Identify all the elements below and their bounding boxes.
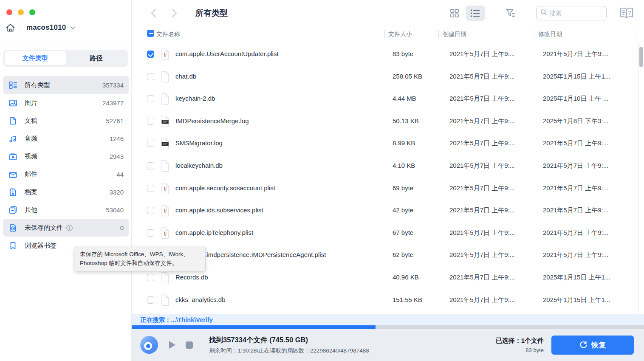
sidebar-item-count: 2943	[110, 153, 124, 160]
table-row[interactable]: localkeychain.db4.10 KB2021年5月7日 上午9:...…	[132, 155, 644, 178]
column-header-created[interactable]: 创建日期	[443, 31, 466, 38]
table-row[interactable]: com.apple.ipTelephony.plist67 byte2021年5…	[132, 222, 644, 245]
selected-count-text: 已选择：1个文件	[496, 337, 544, 345]
table-row[interactable]: IMDPersistenceMerge.log50.13 KB2021年5月7日…	[132, 110, 644, 133]
row-checkbox[interactable]	[147, 229, 154, 237]
info-icon[interactable]	[66, 224, 73, 231]
sidebar-item-count: 1246	[110, 135, 124, 142]
sidebar-item-audio[interactable]: 音频1246	[3, 130, 129, 147]
sidebar-item-label: 浏览器书签	[25, 242, 56, 250]
sidebar-item-all-types[interactable]: 所有类型357334	[3, 76, 129, 94]
divider	[20, 22, 20, 33]
plist-file-icon	[161, 183, 170, 196]
row-checkbox[interactable]	[147, 207, 154, 214]
file-size: 67 byte	[393, 229, 413, 236]
list-view-icon[interactable]	[466, 6, 485, 21]
sidebar-item-documents[interactable]: 文稿52761	[3, 112, 129, 130]
all-types-icon	[8, 80, 18, 90]
row-checkbox[interactable]	[147, 51, 154, 58]
svg-text:?: ?	[628, 9, 631, 16]
stop-scan-button[interactable]	[186, 341, 193, 349]
device-selector-row: macos1010	[5, 22, 131, 33]
sidebar-item-label: 图片	[25, 99, 37, 107]
sidebar-item-archives[interactable]: 档案3320	[3, 183, 129, 201]
grid-view-icon[interactable]	[447, 6, 462, 21]
column-separator[interactable]	[438, 30, 439, 38]
search-input[interactable]	[550, 10, 596, 17]
file-name: com.apple.UserAccountUpdater.plist	[175, 50, 279, 57]
file-size: 40.96 KB	[393, 274, 419, 281]
file-name: com.apple.security.sosaccount.plist	[175, 184, 275, 192]
file-created-date: 2021年5月7日 上午9:...	[449, 184, 515, 192]
file-modified-date: 2021年5月7日 上午9:...	[543, 139, 608, 147]
file-created-date: 2021年5月7日 上午9:...	[449, 162, 515, 170]
row-checkbox[interactable]	[147, 95, 154, 102]
sidebar-item-video[interactable]: 视频2943	[3, 147, 129, 165]
sidebar-item-other[interactable]: 其他53040	[3, 201, 129, 219]
table-row[interactable]: com.apple.security.sosaccount.plist69 by…	[132, 178, 644, 200]
sidebar-item-count: 53040	[106, 206, 124, 214]
file-created-date: 2021年5月7日 上午9:...	[449, 251, 515, 259]
table-row[interactable]: com.apple.UserAccountUpdater.plist83 byt…	[132, 43, 644, 66]
refresh-icon	[579, 341, 588, 349]
unsaved-icon	[8, 223, 18, 232]
minimize-window-button[interactable]	[18, 9, 24, 15]
table-row[interactable]: Records.db40.96 KB2021年5月7日 上午9:...2025年…	[132, 267, 644, 289]
sidebar-item-label: 文稿	[25, 117, 37, 125]
window-controls	[0, 0, 131, 15]
table-row[interactable]: com.apple.imdpersistence.IMDPersistenceA…	[132, 244, 644, 267]
column-header-size[interactable]: 文件大小	[388, 31, 412, 38]
row-checkbox[interactable]	[147, 162, 154, 169]
table-row[interactable]: ckks_analytics.db151.55 KB2021年5月7日 上午9:…	[132, 289, 644, 312]
row-checkbox[interactable]	[147, 185, 154, 192]
resume-scan-button[interactable]	[169, 341, 175, 349]
recover-button[interactable]: 恢复	[551, 336, 634, 355]
forward-button[interactable]	[169, 8, 180, 19]
column-separator[interactable]	[628, 30, 628, 38]
zoom-window-button[interactable]	[29, 9, 35, 15]
row-checkbox[interactable]	[147, 118, 154, 125]
column-header-name[interactable]: 文件名称	[156, 31, 180, 38]
column-header-modified[interactable]: 修改日期	[538, 31, 562, 38]
file-size: 4.44 MB	[393, 95, 416, 102]
sidebar-item-label: 邮件	[25, 170, 37, 178]
row-checkbox[interactable]	[147, 274, 154, 281]
tab-path[interactable]: 路径	[66, 51, 127, 65]
file-modified-date: 2021年5月7日 上午9:...	[543, 184, 608, 192]
home-icon[interactable]	[5, 23, 16, 33]
sidebar-item-label: 未保存的文件	[25, 224, 63, 232]
scan-progress-bar	[132, 325, 644, 329]
sidebar-item-count: 0	[120, 224, 124, 231]
row-checkbox[interactable]	[147, 296, 154, 304]
scrollbar-track[interactable]	[638, 43, 644, 314]
column-separator[interactable]	[384, 30, 385, 38]
file-size: 50.13 KB	[393, 117, 419, 124]
sidebar-item-unsaved-files[interactable]: 未保存的文件0	[3, 219, 129, 237]
column-separator[interactable]	[534, 30, 534, 38]
file-size: 42 byte	[393, 206, 413, 214]
file-file-icon	[161, 160, 170, 174]
sidebar-item-count: 52761	[106, 117, 124, 124]
file-modified-date: 2025年1月15日 上午1...	[543, 274, 610, 282]
manual-help-icon[interactable]: ?	[618, 5, 636, 21]
table-row[interactable]: SMSMigrator.log8.99 KB2021年5月7日 上午9:...2…	[132, 133, 644, 155]
sidebar-item-mail[interactable]: 邮件44	[3, 165, 129, 183]
chevron-down-icon[interactable]	[70, 24, 76, 31]
scrollbar-thumb[interactable]	[639, 47, 643, 67]
remaining-time-text: 剩余时间：1:30:28/正在读取的扇区数：222986240/48798748…	[209, 347, 369, 355]
sidebar-item-images[interactable]: 图片243977	[3, 94, 129, 112]
filter-icon[interactable]	[503, 6, 518, 21]
select-all-checkbox[interactable]	[147, 30, 154, 37]
sidebar-item-count: 3320	[110, 189, 124, 196]
file-size: 151.55 KB	[393, 296, 422, 303]
close-window-button[interactable]	[6, 9, 12, 15]
table-row[interactable]: com.apple.ids.subservices.plist42 byte20…	[132, 200, 644, 222]
tab-file-type[interactable]: 文件类型	[5, 51, 66, 65]
table-row[interactable]: keychain-2.db4.44 MB2021年5月7日 上午9:...202…	[132, 88, 644, 110]
column-separator[interactable]	[636, 30, 636, 38]
row-checkbox[interactable]	[147, 140, 154, 147]
image-icon	[8, 98, 18, 107]
table-row[interactable]: chat.db258.05 KB2021年5月7日 上午9:...2025年1月…	[132, 66, 644, 88]
back-button[interactable]	[148, 8, 159, 19]
row-checkbox[interactable]	[147, 73, 154, 80]
